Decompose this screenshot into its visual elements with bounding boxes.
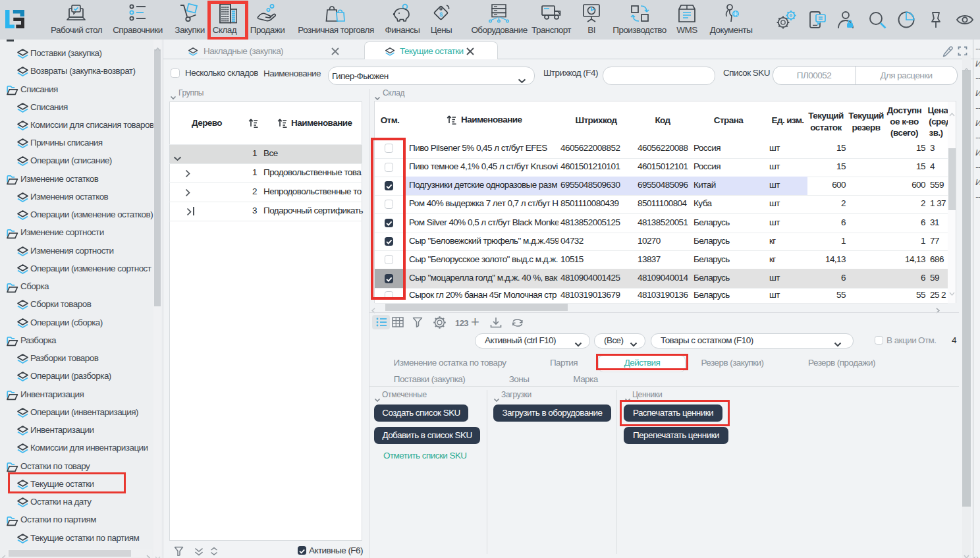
svg-text:$: $: [439, 11, 443, 18]
